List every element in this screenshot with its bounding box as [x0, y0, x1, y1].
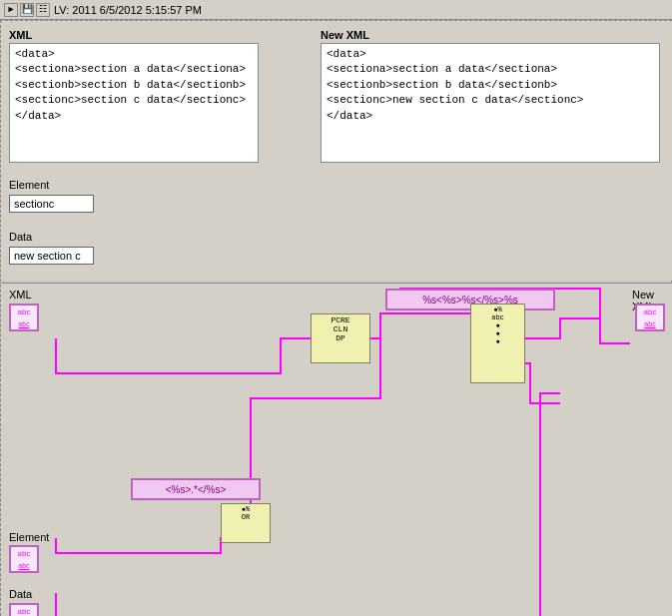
data-term-abc: abc: [18, 607, 31, 616]
title-text: LV: 2011 6/5/2012 5:15:57 PM: [54, 4, 202, 16]
arrow-icon: ►: [4, 3, 18, 17]
front-panel: XML <data> <sectiona>section a data</sec…: [1, 21, 672, 281]
node-inner-label: PCRE CLN DP: [312, 314, 369, 343]
element-label: Element: [9, 179, 49, 191]
title-bar: ► 💾 ☷ LV: 2011 6/5/2012 5:15:57 PM: [0, 0, 672, 20]
element-term-abc: abc: [18, 549, 31, 558]
regex-value: <%s>.*</%s>: [166, 484, 227, 495]
new-xml-content: <data> <sectiona>section a data</section…: [322, 44, 659, 127]
new-xml-term-abc: abc: [644, 308, 657, 316]
new-xml-output-box: <data> <sectiona>section a data</section…: [321, 43, 660, 163]
element-input[interactable]: sectionc: [9, 195, 94, 213]
xml-terminal: abc abc: [9, 304, 39, 331]
bd-xml-label: XML: [9, 289, 32, 301]
xml-section-label: XML: [9, 29, 32, 41]
element-terminal: abc abc: [9, 545, 39, 573]
xml-input-box: <data> <sectiona>section a data</section…: [9, 43, 259, 163]
data-label: Data: [9, 231, 32, 243]
main-container: XML <data> <sectiona>section a data</sec…: [0, 20, 672, 616]
new-xml-term-abc-under: abc: [644, 320, 655, 327]
regex-string-block: <%s>.*</%s>: [131, 478, 261, 500]
new-xml-terminal: abc abc: [635, 304, 665, 331]
data-input[interactable]: new section c: [9, 247, 94, 265]
title-bar-icons: ► 💾 ☷: [4, 3, 50, 17]
grid-icon: ☷: [36, 3, 50, 17]
build-array-node: ●% abc ● ● ●: [470, 304, 525, 383]
main-process-node: PCRE CLN DP: [311, 313, 370, 363]
floppy-icon: 💾: [20, 3, 34, 17]
regex-node: ●% OR: [221, 503, 271, 543]
xml-content: <data> <sectiona>section a data</section…: [10, 44, 258, 127]
element-term-abc-under: abc: [18, 562, 29, 569]
xml-term-abc: abc: [18, 308, 31, 316]
xml-term-abc-under: abc: [18, 320, 29, 327]
new-xml-section-label: New XML: [321, 29, 369, 41]
bd-element-label: Element: [9, 531, 49, 543]
data-terminal: abc abc: [9, 603, 39, 616]
bd-data-label: Data: [9, 588, 32, 600]
block-diagram: XML abc abc %s<%s>%s</%s>%s PCRE CLN DP: [1, 283, 672, 616]
